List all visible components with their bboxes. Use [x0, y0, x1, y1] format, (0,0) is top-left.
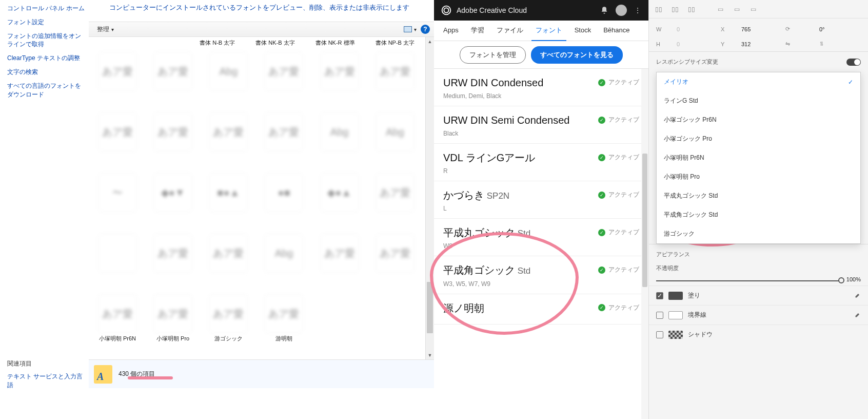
font-tile[interactable]: Abg: [257, 232, 310, 292]
font-tile[interactable]: あア愛: [202, 232, 255, 292]
align-right-icon[interactable]: ▯▯: [687, 5, 696, 14]
font-thumb: Abg: [321, 113, 358, 150]
scroll-up-icon[interactable]: ▲: [426, 37, 434, 46]
fill-checkbox[interactable]: ✓: [656, 292, 663, 299]
font-tile[interactable]: あア愛: [313, 50, 366, 110]
align-left-icon[interactable]: ▯▯: [654, 5, 663, 14]
flip-v-icon[interactable]: ⥮: [819, 41, 840, 47]
font-tile[interactable]: Abg: [368, 110, 422, 171]
align-middle-icon[interactable]: ▭: [732, 5, 741, 14]
help-icon[interactable]: ?: [421, 25, 430, 34]
font-tile[interactable]: あア愛: [368, 50, 422, 110]
see-all-fonts-button[interactable]: すべてのフォントを見る: [531, 46, 623, 64]
opacity-slider[interactable]: 100%: [656, 276, 861, 285]
related-link-text-services[interactable]: テキスト サービスと入力言語: [7, 372, 85, 390]
menu-dots-icon[interactable]: ⋮: [634, 6, 641, 14]
avatar[interactable]: [616, 5, 627, 16]
width-value[interactable]: 0: [677, 26, 707, 32]
font-tile[interactable]: あア愛游明朝: [257, 292, 310, 353]
font-tile[interactable]: あア愛: [368, 232, 422, 292]
font-tile[interactable]: ◆●▼: [146, 171, 200, 232]
font-tile[interactable]: あア愛: [313, 232, 366, 292]
cp-home-link[interactable]: コントロール パネル ホーム: [7, 4, 85, 13]
font-tile[interactable]: ■●▲: [202, 171, 255, 232]
font-option[interactable]: 小塚明朝 Pr6N: [657, 148, 860, 167]
cc-tab-stock[interactable]: Stock: [570, 21, 596, 40]
cp-link-cleartype[interactable]: ClearType テキストの調整: [7, 54, 85, 63]
cc-font-row[interactable]: 平成丸ゴシック StdW8✓アクティブ: [434, 219, 648, 256]
font-tile[interactable]: あア愛小塚明朝 Pr6N: [91, 292, 144, 353]
font-family-dropdown[interactable]: メイリオ✓ラインG Std小塚ゴシック Pr6N小塚ゴシック Pro小塚明朝 P…: [656, 72, 861, 244]
font-option[interactable]: メイリオ✓: [657, 72, 860, 91]
cc-font-row[interactable]: URW DIN CondensedMedium, Demi, Black✓アクテ…: [434, 69, 648, 106]
cc-font-weights: L: [443, 205, 593, 212]
font-tile[interactable]: あア愛: [368, 171, 422, 232]
font-option[interactable]: 平成丸ゴシック Std: [657, 186, 860, 205]
font-tile[interactable]: [91, 232, 144, 292]
cc-tab-apps[interactable]: Apps: [439, 21, 463, 40]
font-tile[interactable]: あア愛: [202, 110, 255, 171]
font-option[interactable]: 平成角ゴシック Std: [657, 205, 860, 224]
font-option[interactable]: 小塚ゴシック Pro: [657, 129, 860, 148]
flip-h-icon[interactable]: ⇋: [785, 41, 806, 47]
shadow-swatch[interactable]: [668, 331, 683, 339]
cc-font-row[interactable]: かづらき SP2NL✓アクティブ: [434, 181, 648, 219]
cp-link-charsearch[interactable]: 文字の検索: [7, 68, 85, 77]
eyedropper-icon[interactable]: [854, 292, 861, 299]
font-tile[interactable]: Abg: [313, 110, 366, 171]
cc-font-row[interactable]: URW DIN Semi CondensedBlack✓アクティブ: [434, 106, 648, 144]
rotation-value[interactable]: 0°: [819, 26, 840, 32]
font-option[interactable]: ラインG Std: [657, 91, 860, 110]
grid-scrollbar[interactable]: ▲ ▼: [425, 37, 434, 359]
cc-font-row[interactable]: 源ノ明朝✓アクティブ: [434, 294, 648, 325]
cc-tab-ファイル[interactable]: ファイル: [492, 21, 527, 41]
view-mode-button[interactable]: [400, 25, 421, 34]
cc-font-row[interactable]: VDL ラインGアールR✓アクティブ: [434, 144, 648, 181]
eyedropper-icon[interactable]: [854, 312, 861, 319]
cc-tab-bēhance[interactable]: Bēhance: [599, 21, 634, 40]
font-tile[interactable]: あア愛: [257, 50, 310, 110]
cc-scrollbar[interactable]: [641, 69, 648, 419]
font-option[interactable]: 游ゴシック: [657, 224, 860, 243]
font-tile[interactable]: あア愛: [146, 232, 200, 292]
cc-tab-学習[interactable]: 学習: [467, 21, 488, 41]
align-top-icon[interactable]: ▭: [716, 5, 725, 14]
cp-link-font-online-info[interactable]: フォントの追加情報をオンラインで取得: [7, 32, 85, 49]
stroke-checkbox[interactable]: [656, 312, 663, 319]
check-icon: ✓: [598, 154, 605, 161]
align-bottom-icon[interactable]: ▭: [748, 5, 758, 14]
manage-fonts-button[interactable]: フォントを管理: [460, 46, 526, 64]
font-thumb: 〜: [99, 174, 136, 211]
cp-link-download-all[interactable]: すべての言語のフォントをダウンロード: [7, 82, 85, 99]
cp-link-font-settings[interactable]: フォント設定: [7, 18, 85, 27]
stroke-swatch[interactable]: [668, 311, 683, 319]
font-tile[interactable]: ◆●▲: [313, 171, 366, 232]
x-value[interactable]: 765: [741, 26, 772, 32]
font-tile[interactable]: Abg: [202, 50, 255, 110]
font-tile[interactable]: あア愛: [91, 50, 144, 110]
font-option[interactable]: 小塚明朝 Pro: [657, 167, 860, 186]
font-tile[interactable]: あア愛: [146, 50, 200, 110]
font-tile[interactable]: あア愛: [146, 110, 200, 171]
responsive-toggle[interactable]: [846, 59, 861, 66]
font-tile[interactable]: あア愛: [91, 110, 144, 171]
y-value[interactable]: 312: [741, 41, 772, 47]
organize-button[interactable]: 整理: [93, 24, 118, 35]
height-value[interactable]: 0: [677, 41, 707, 47]
font-tile[interactable]: あア愛: [257, 110, 310, 171]
cc-font-weights: Medium, Demi, Black: [443, 92, 593, 100]
rotate-icon[interactable]: ⟳: [785, 26, 806, 32]
font-thumb: あア愛: [154, 295, 191, 332]
font-tile[interactable]: ●■: [257, 171, 310, 232]
font-option[interactable]: 小塚ゴシック Pr6N: [657, 110, 860, 129]
cc-tab-フォント[interactable]: フォント: [531, 21, 566, 41]
align-center-h-icon[interactable]: ▯▯: [670, 5, 680, 14]
cc-font-row[interactable]: 平成角ゴシック StdW3, W5, W7, W9✓アクティブ: [434, 256, 648, 294]
font-tile[interactable]: あア愛小塚明朝 Pro: [146, 292, 200, 353]
shadow-checkbox[interactable]: [656, 331, 663, 338]
bell-icon[interactable]: [600, 6, 608, 14]
font-tile[interactable]: 〜: [91, 171, 144, 232]
font-tile[interactable]: あア愛游ゴシック: [202, 292, 255, 353]
scroll-down-icon[interactable]: ▼: [426, 351, 434, 359]
fill-swatch[interactable]: [668, 292, 683, 300]
